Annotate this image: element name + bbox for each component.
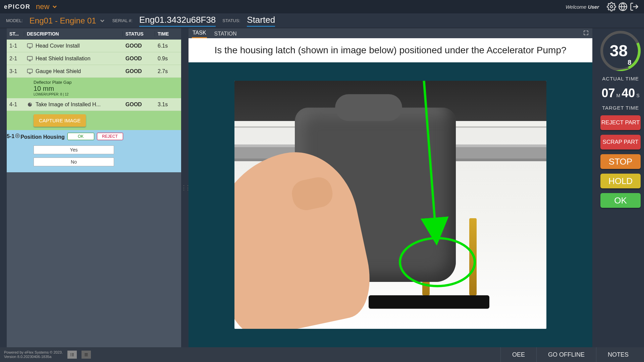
progress-gauge: 388	[600, 31, 641, 71]
svg-rect-4	[28, 69, 33, 73]
col-desc[interactable]: DESCRIPTION	[24, 31, 123, 37]
task-prompt: Is the housing latch (shown in image bel…	[189, 38, 592, 62]
steps-panel: ST... DESCRIPTION STATUS TIME 1-1 Head C…	[7, 28, 181, 347]
gear-icon[interactable]	[606, 1, 617, 12]
col-status[interactable]: STATUS	[123, 31, 155, 37]
monitor-icon	[27, 43, 33, 49]
chevron-down-icon	[99, 17, 106, 24]
step-row[interactable]: 1-1 Head Cover Install GOOD 6.1s	[7, 40, 181, 52]
current-step-row[interactable]: 5-1 Position Housing OK REJECT	[7, 130, 181, 143]
serial-label: SERIAL #:	[112, 18, 132, 23]
right-actions-panel: 388 ACTUAL TIME 07M 40S TARGET TIME REJE…	[597, 28, 644, 347]
center-panel: TASK STATION Is the housing latch (shown…	[189, 28, 592, 347]
status-label: STATUS:	[222, 18, 240, 23]
highlight-circle	[399, 237, 476, 287]
step-ok-button[interactable]: OK	[67, 133, 94, 140]
measurement-value: 10 mm	[34, 85, 178, 93]
svg-rect-2	[28, 44, 33, 47]
panel-splitter[interactable]: ⋮⋮	[181, 28, 189, 347]
svg-point-0	[610, 6, 613, 8]
step-reject-button[interactable]: REJECT	[97, 133, 123, 140]
measurement-range: LOWER/UPPER: 8 | 12	[34, 93, 178, 96]
step-row[interactable]: 4-1 Take Image of Installed H... GOOD 3.…	[7, 98, 181, 111]
go-offline-button[interactable]: GO OFFLINE	[536, 347, 596, 362]
target-time-label: TARGET TIME	[602, 105, 639, 111]
measurement-block: Deflector Plate Gap 10 mm LOWER/UPPER: 8…	[7, 78, 181, 98]
serial-value: Eng01.3432u68F38	[139, 15, 216, 27]
model-label: MODEL:	[6, 18, 23, 23]
answer-block: Yes No	[7, 143, 181, 172]
oee-button[interactable]: OEE	[500, 347, 536, 362]
stop-button[interactable]: STOP	[600, 154, 641, 169]
welcome-text: Welcome User	[566, 4, 599, 10]
logo: ePICOR	[4, 3, 31, 10]
hold-button[interactable]: HOLD	[600, 174, 641, 188]
tab-task[interactable]: TASK	[192, 28, 207, 38]
camera-icon	[27, 102, 33, 108]
answer-yes-button[interactable]: Yes	[34, 145, 114, 154]
main: ST... DESCRIPTION STATUS TIME 1-1 Head C…	[0, 28, 644, 347]
capture-image-button[interactable]: CAPTURE IMAGE	[34, 114, 86, 127]
steps-header: ST... DESCRIPTION STATUS TIME	[7, 28, 181, 40]
chevron-down-icon	[51, 3, 58, 10]
actual-time-value: 07M 40S	[601, 86, 639, 100]
monitor-icon	[27, 56, 33, 62]
globe-icon[interactable]	[617, 1, 629, 12]
footer: Powered by eFlex Systems © 2023. Version…	[0, 347, 644, 362]
topbar: ePICOR new Welcome User	[0, 0, 644, 13]
grid-view-icon[interactable]	[82, 351, 91, 359]
capture-row: CAPTURE IMAGE	[7, 111, 181, 130]
answer-no-button[interactable]: No	[34, 158, 114, 166]
monitor-icon	[27, 68, 33, 74]
notes-button[interactable]: NOTES	[596, 347, 640, 362]
measurement-label: Deflector Plate Gap	[34, 80, 178, 85]
reject-part-button[interactable]: REJECT PART	[600, 115, 641, 130]
infobar: MODEL: Eng01 - Engine 01 SERIAL #: Eng01…	[0, 13, 644, 28]
svg-rect-3	[28, 56, 33, 60]
new-label: new	[36, 2, 49, 11]
svg-point-6	[15, 134, 19, 138]
col-time[interactable]: TIME	[155, 31, 181, 37]
new-dropdown[interactable]: new	[36, 2, 58, 11]
expand-icon[interactable]	[583, 30, 589, 37]
status-value: Started	[247, 15, 275, 27]
step-row[interactable]: 3-1 Gauge Heat Shield GOOD 2.7s	[7, 65, 181, 78]
scrap-part-button[interactable]: SCRAP PART	[600, 135, 641, 149]
ok-button[interactable]: OK	[600, 193, 641, 208]
tab-station[interactable]: STATION	[214, 29, 237, 38]
model-dropdown[interactable]: Eng01 - Engine 01	[30, 16, 106, 25]
credits: Powered by eFlex Systems © 2023. Version…	[4, 350, 63, 359]
task-image-area	[189, 62, 592, 347]
task-image	[234, 81, 546, 329]
logout-icon[interactable]	[629, 1, 640, 12]
target-icon	[14, 133, 20, 139]
tabs: TASK STATION	[189, 28, 592, 38]
col-step[interactable]: ST...	[7, 31, 24, 37]
actual-time-label: ACTUAL TIME	[602, 76, 639, 81]
list-view-icon[interactable]	[67, 351, 77, 359]
svg-point-7	[17, 135, 18, 137]
step-row[interactable]: 2-1 Heat Shield Installation GOOD 0.9s	[7, 52, 181, 65]
